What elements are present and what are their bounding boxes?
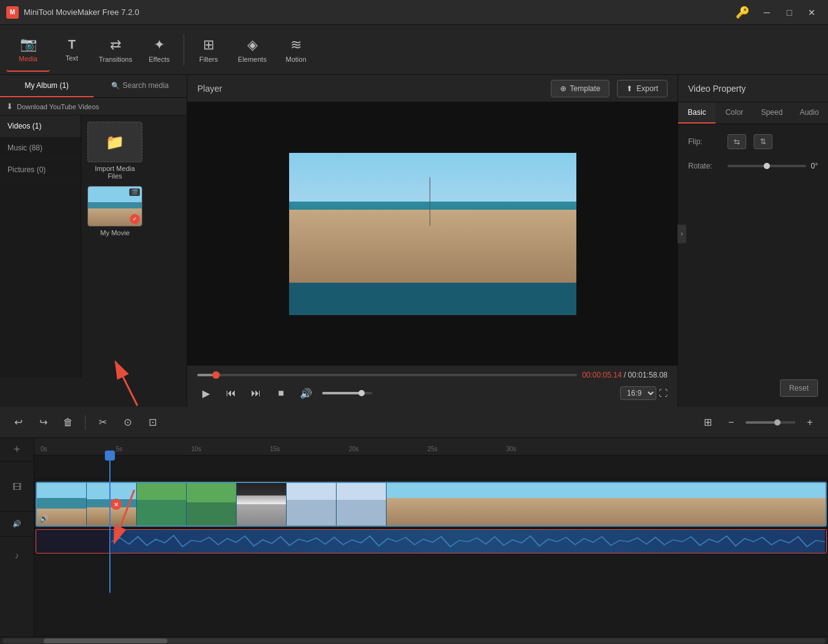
tab-audio[interactable]: Audio xyxy=(791,102,828,124)
music-track xyxy=(34,554,828,592)
progress-bar-container: 00:00:05.14 / 00:01:58.08 xyxy=(197,371,668,379)
fullscreen-button[interactable]: ⛶ xyxy=(659,388,668,398)
sidebar-item-pictures[interactable]: Pictures (0) xyxy=(0,159,81,181)
import-thumb: 📁 xyxy=(87,122,142,162)
rotate-slider[interactable] xyxy=(727,165,806,167)
sidebar: Videos (1) Music (88) Pictures (0) 📁 Imp… xyxy=(0,115,187,378)
right-panel: Video Property Basic Color Speed Audio F… xyxy=(678,75,828,407)
filters-icon: ⊞ xyxy=(203,37,214,53)
clip-frame-6 xyxy=(287,483,337,525)
add-track-btn[interactable]: + xyxy=(0,438,34,462)
fit-timeline-button[interactable]: ⊞ xyxy=(698,413,717,432)
rotate-row: Rotate: 0° xyxy=(688,162,818,170)
toolbar-motion[interactable]: ≋ Motion xyxy=(274,28,318,72)
flip-label: Flip: xyxy=(688,137,722,146)
progress-bar[interactable] xyxy=(197,374,577,376)
elements-icon: ◈ xyxy=(247,37,258,53)
music-track-label: ♪ xyxy=(0,537,34,574)
zoom-slider[interactable] xyxy=(746,421,796,424)
crop-button[interactable]: ⊡ xyxy=(143,413,162,432)
close-button[interactable]: ✕ xyxy=(802,4,822,21)
toolbar-elements[interactable]: ◈ Elements xyxy=(230,28,274,72)
buildings-layer xyxy=(289,210,576,283)
tab-my-album[interactable]: My Album (1) xyxy=(0,75,94,97)
text-label: Text xyxy=(66,54,78,62)
player-controls: 00:00:05.14 / 00:01:58.08 ▶ ⏮ ⏭ ■ 🔊 16:9 xyxy=(187,365,678,407)
effects-icon: ✦ xyxy=(154,37,165,53)
toolbar-filters[interactable]: ⊞ Filters xyxy=(187,28,230,72)
time-separator: / xyxy=(624,371,628,379)
toolbar-text[interactable]: T Text xyxy=(50,28,94,72)
property-tabs: Basic Color Speed Audio xyxy=(678,102,828,124)
audio-track-icon: 🔊 xyxy=(12,520,21,528)
video-track[interactable]: 🔊 ✕ xyxy=(34,479,828,529)
tab-search-media[interactable]: 🔍 Search media xyxy=(94,75,187,97)
stop-button[interactable]: ■ xyxy=(272,384,290,402)
playhead[interactable] xyxy=(109,456,111,593)
center-panel: Player ⊕ Template ⬆ Export xyxy=(187,75,678,407)
progress-thumb xyxy=(212,371,220,379)
panel-tabs: My Album (1) 🔍 Search media xyxy=(0,75,187,98)
maximize-button[interactable]: □ xyxy=(779,4,799,21)
my-movie-label: My Movie xyxy=(100,229,129,237)
tab-color[interactable]: Color xyxy=(716,102,753,124)
scrollbar-track[interactable] xyxy=(2,638,826,643)
timeline-left-col: + 🎞 🔊 ♪ xyxy=(0,438,34,637)
zoom-in-button[interactable]: + xyxy=(801,413,819,432)
effects-label: Effects xyxy=(149,56,169,63)
clip-frame-8 xyxy=(387,483,826,525)
clip-frame-7 xyxy=(337,483,387,525)
collapse-panel-arrow[interactable]: › xyxy=(678,225,686,243)
play-button[interactable]: ▶ xyxy=(197,384,215,402)
player-header-right: ⊕ Template ⬆ Export xyxy=(551,80,668,97)
controls-row: ▶ ⏮ ⏭ ■ 🔊 16:9 9:16 1:1 4:3 ⛶ xyxy=(197,384,668,402)
minimize-button[interactable]: ─ xyxy=(757,4,777,21)
volume-slider[interactable] xyxy=(322,392,372,394)
aspect-select: 16:9 9:16 1:1 4:3 ⛶ xyxy=(620,386,668,400)
video-track-icon: 🎞 xyxy=(12,482,21,492)
speed-label: Speed xyxy=(761,108,783,117)
time-total: 00:01:58.08 xyxy=(628,371,668,379)
window-controls: ─ □ ✕ xyxy=(757,4,822,21)
zoom-out-button[interactable]: − xyxy=(722,413,741,432)
my-album-label: My Album (1) xyxy=(24,81,69,90)
sidebar-item-music[interactable]: Music (88) xyxy=(0,137,81,159)
delete-button[interactable]: 🗑 xyxy=(59,413,77,432)
download-youtube-btn[interactable]: ⬇ Download YouTube Videos xyxy=(0,98,187,115)
tab-speed[interactable]: Speed xyxy=(753,102,791,124)
my-movie-item[interactable]: 🎬 ✓ My Movie xyxy=(87,186,142,237)
video-clip[interactable]: 🔊 ✕ xyxy=(36,482,827,527)
split-button[interactable]: ✂ xyxy=(93,413,112,432)
color-label: Color xyxy=(726,108,744,117)
timeline-scrollbar[interactable] xyxy=(0,637,828,644)
undo-button[interactable]: ↩ xyxy=(9,413,27,432)
transitions-label: Transitions xyxy=(99,56,132,63)
timeline-main: 0s 5s 10s 15s 20s 25s 30s xyxy=(34,438,828,637)
video-track-label: 🎞 xyxy=(0,462,34,512)
audio-track[interactable] xyxy=(34,529,828,554)
music-track-icon: ♪ xyxy=(15,550,19,560)
search-media-label: Search media xyxy=(122,81,169,90)
detach-button[interactable]: ⊙ xyxy=(118,413,137,432)
scrollbar-thumb[interactable] xyxy=(44,638,167,643)
flip-vertical-button[interactable]: ⇅ xyxy=(754,134,772,149)
video-badge: 🎬 xyxy=(129,188,140,196)
template-button[interactable]: ⊕ Template xyxy=(551,80,610,97)
toolbar-separator xyxy=(184,34,184,66)
tab-basic[interactable]: Basic xyxy=(678,102,716,124)
toolbar-effects[interactable]: ✦ Effects xyxy=(137,28,181,72)
prev-frame-button[interactable]: ⏮ xyxy=(222,384,240,402)
sidebar-item-videos[interactable]: Videos (1) xyxy=(0,115,81,137)
mute-button[interactable]: 🔊 xyxy=(297,384,315,402)
toolbar-media[interactable]: 📷 Media xyxy=(6,28,50,72)
audio-track-label: 🔊 xyxy=(0,512,34,537)
next-frame-button[interactable]: ⏭ xyxy=(247,384,265,402)
toolbar-transitions[interactable]: ⇄ Transitions xyxy=(94,28,137,72)
aspect-ratio-select[interactable]: 16:9 9:16 1:1 4:3 xyxy=(620,386,656,400)
redo-button[interactable]: ↪ xyxy=(34,413,52,432)
export-button[interactable]: ⬆ Export xyxy=(617,80,668,97)
flip-horizontal-button[interactable]: ⇆ xyxy=(727,134,746,149)
import-media-item[interactable]: 📁 Import Media Files xyxy=(87,122,142,180)
basic-label: Basic xyxy=(688,108,706,117)
reset-button[interactable]: Reset xyxy=(780,379,818,397)
